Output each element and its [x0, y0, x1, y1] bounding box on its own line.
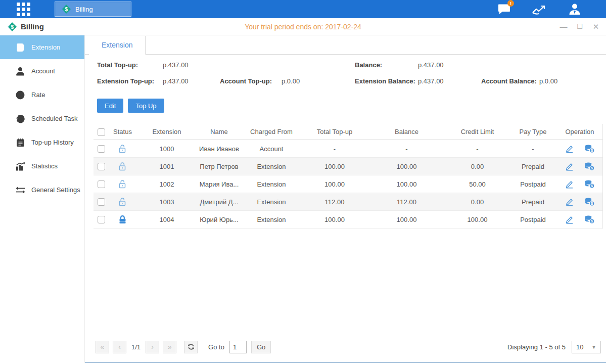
- row-checkbox[interactable]: [98, 216, 105, 223]
- row-checkbox[interactable]: [98, 180, 105, 188]
- edit-pencil-icon[interactable]: [565, 162, 574, 171]
- lock-open-icon: [109, 143, 136, 155]
- column-header-balance[interactable]: Balance: [367, 128, 446, 135]
- edit-pencil-icon[interactable]: [565, 197, 574, 206]
- cell-name: Юрий Юрь...: [197, 216, 241, 223]
- lock-closed-icon: [109, 213, 136, 226]
- cell-operation: $: [557, 162, 602, 171]
- cell-charged-from: Extension: [241, 198, 302, 206]
- topup-coins-icon[interactable]: $: [584, 197, 595, 206]
- edit-pencil-icon[interactable]: [565, 215, 574, 224]
- row-checkbox[interactable]: [98, 198, 105, 206]
- tab-extension[interactable]: Extension: [89, 36, 146, 55]
- cell-extension: 1002: [136, 180, 197, 188]
- row-checkbox[interactable]: [98, 145, 105, 153]
- column-header-charged-from[interactable]: Charged From: [241, 128, 302, 135]
- goto-page-input[interactable]: [229, 341, 247, 353]
- cell-total-topup: 100.00: [302, 180, 367, 188]
- taskbar-item-billing[interactable]: $ Billing: [55, 2, 131, 17]
- sidebar-item-general-settings[interactable]: General Settings: [0, 178, 84, 202]
- apps-menu-button[interactable]: [12, 0, 34, 18]
- top-up-button[interactable]: Top Up: [128, 99, 164, 113]
- sidebar-item-label: Rate: [31, 91, 45, 99]
- cell-operation: $: [557, 179, 602, 189]
- apps-grid-icon: [17, 3, 30, 16]
- window-title: Billing: [21, 22, 44, 31]
- cell-extension: 1000: [136, 145, 197, 153]
- account-balance-label: Account Balance:: [481, 77, 539, 85]
- goto-label: Go to: [208, 343, 224, 351]
- messages-button[interactable]: !: [496, 2, 512, 16]
- cell-balance: 100.00: [367, 180, 446, 188]
- column-header-name[interactable]: Name: [197, 128, 241, 135]
- total-topup-label: Total Top-up:: [97, 61, 163, 69]
- topup-coins-icon[interactable]: $: [584, 144, 595, 153]
- account-topup-value: p.0.00: [282, 77, 355, 85]
- extension-topup-value: p.437.00: [163, 77, 220, 85]
- sidebar-item-label: Scheduled Task: [31, 115, 78, 122]
- sidebar-item-label: Extension: [31, 43, 60, 51]
- chart-line-icon: [532, 4, 547, 15]
- cell-operation: $: [557, 215, 602, 224]
- topup-coins-icon[interactable]: $: [584, 162, 595, 171]
- sidebar-item-label: Statistics: [31, 162, 58, 170]
- billing-window-icon: $: [7, 22, 17, 32]
- table-header-row: StatusExtensionNameCharged FromTotal Top…: [94, 124, 602, 140]
- taskbar-item-label: Billing: [75, 6, 93, 13]
- sidebar-item-extension[interactable]: Extension: [0, 35, 84, 59]
- column-header-extension[interactable]: Extension: [136, 128, 197, 135]
- account-icon: [15, 66, 25, 76]
- table-row[interactable]: 1004Юрий Юрь...Extension100.00100.00100.…: [94, 211, 602, 229]
- page-size-select[interactable]: 10 ▼: [572, 341, 601, 353]
- svg-text:$: $: [11, 24, 14, 29]
- table-row[interactable]: 1002Мария Ива...Extension100.00100.0050.…: [94, 175, 602, 193]
- column-header-total-top-up[interactable]: Total Top-up: [302, 128, 367, 135]
- table-row[interactable]: 1001Петр ПетровExtension100.00100.000.00…: [94, 158, 602, 175]
- row-checkbox[interactable]: [98, 163, 105, 170]
- cell-charged-from: Extension: [241, 163, 302, 170]
- sidebar-item-statistics[interactable]: Statistics: [0, 154, 84, 178]
- extension-balance-label: Extension Balance:: [355, 77, 418, 85]
- cell-credit-limit: 100.00: [446, 216, 509, 223]
- cell-total-topup: 100.00: [302, 216, 367, 223]
- column-header-status[interactable]: Status: [109, 128, 136, 135]
- cell-total-topup: 100.00: [302, 163, 367, 170]
- page-size-value: 10: [576, 343, 583, 351]
- select-all-checkbox[interactable]: [98, 128, 105, 136]
- extension-balance-value: p.437.00: [418, 77, 481, 85]
- last-page-button[interactable]: »: [163, 341, 176, 353]
- cell-pay-type: Postpaid: [509, 180, 557, 188]
- reports-button[interactable]: [531, 2, 547, 16]
- go-button[interactable]: Go: [251, 341, 271, 353]
- topup-coins-icon[interactable]: $: [584, 179, 595, 189]
- sidebar-item-scheduled-task[interactable]: Scheduled Task: [0, 107, 84, 130]
- column-header-operation[interactable]: Operation: [557, 128, 602, 135]
- edit-pencil-icon[interactable]: [565, 179, 574, 189]
- notification-badge: !: [507, 0, 514, 7]
- sidebar-item-top-up-history[interactable]: Top-up History: [0, 130, 84, 154]
- edit-pencil-icon[interactable]: [565, 144, 574, 153]
- next-page-button[interactable]: ›: [146, 341, 159, 353]
- user-account-button[interactable]: [567, 2, 583, 16]
- main-content: Extension Total Top-up: p.437.00 Extensi…: [85, 35, 606, 363]
- edit-button[interactable]: Edit: [97, 99, 123, 113]
- table-row[interactable]: 1000Иван ИвановAccount----$: [94, 140, 602, 158]
- lock-open-icon: [109, 178, 136, 191]
- refresh-button[interactable]: [184, 341, 198, 353]
- prev-page-button[interactable]: ‹: [113, 341, 126, 353]
- sidebar-item-label: General Settings: [31, 186, 80, 194]
- close-button[interactable]: ✕: [592, 23, 600, 31]
- sidebar-item-rate[interactable]: $Rate: [0, 83, 84, 107]
- cell-charged-from: Extension: [241, 216, 302, 223]
- first-page-button[interactable]: «: [96, 341, 109, 353]
- sidebar-item-account[interactable]: Account: [0, 59, 84, 83]
- topup-coins-icon[interactable]: $: [584, 215, 595, 224]
- column-header-pay-type[interactable]: Pay Type: [509, 128, 557, 135]
- column-header-credit-limit[interactable]: Credit Limit: [446, 128, 509, 135]
- table-row[interactable]: 1003Дмитрий Д...Extension112.00112.000.0…: [94, 193, 602, 211]
- lock-open-icon: [109, 160, 136, 173]
- maximize-button[interactable]: ☐: [576, 23, 584, 31]
- trial-notice: Your trial period ends on: 2017-02-24: [0, 23, 606, 31]
- billing-summary: Total Top-up: p.437.00 Extension Top-up:…: [97, 61, 603, 85]
- minimize-button[interactable]: —: [560, 23, 568, 31]
